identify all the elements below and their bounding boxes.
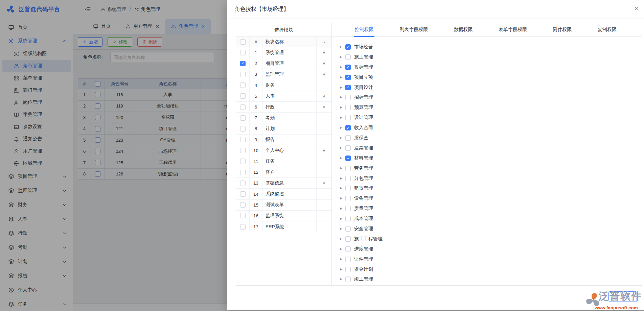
tree-node[interactable]: ✓项目设计 xyxy=(340,82,642,93)
module-row[interactable]: 17ERP系统 xyxy=(236,221,331,232)
tree-node[interactable]: 安全管理 xyxy=(340,224,642,234)
expand-arrow-icon[interactable] xyxy=(340,66,342,69)
module-checkbox[interactable] xyxy=(240,159,246,164)
permission-tab-copy[interactable]: 复制权限 xyxy=(598,23,617,37)
module-checkbox[interactable] xyxy=(240,137,246,142)
module-row[interactable]: 16监理系统 xyxy=(236,211,331,221)
module-row[interactable]: 8计划 xyxy=(236,123,331,134)
module-checkbox[interactable] xyxy=(240,181,246,186)
module-checkbox[interactable] xyxy=(240,191,246,197)
expand-arrow-icon[interactable] xyxy=(340,217,342,220)
tree-node[interactable]: 进度管理 xyxy=(340,244,642,254)
module-row[interactable]: 4财务 xyxy=(236,80,331,91)
tree-checkbox[interactable]: ✓ xyxy=(345,85,351,90)
module-row[interactable]: 14系统监控 xyxy=(236,189,331,199)
module-row[interactable]: 15测试表单 xyxy=(236,200,331,211)
tree-checkbox[interactable] xyxy=(345,105,351,110)
expand-arrow-icon[interactable] xyxy=(340,197,342,200)
expand-arrow-icon[interactable] xyxy=(340,248,342,250)
tree-checkbox[interactable] xyxy=(345,95,351,100)
tree-node[interactable]: 分包管理 xyxy=(340,173,642,184)
tree-checkbox[interactable] xyxy=(345,156,351,161)
tree-node[interactable]: 资金计划 xyxy=(340,264,642,274)
tree-checkbox[interactable] xyxy=(345,54,351,60)
tree-node[interactable]: 材料管理 xyxy=(340,153,642,163)
module-checkbox[interactable] xyxy=(240,50,246,55)
expand-arrow-icon[interactable] xyxy=(340,238,342,240)
expand-arrow-icon[interactable] xyxy=(340,157,342,160)
module-checkbox[interactable] xyxy=(240,213,246,218)
tree-node[interactable]: 设计管理 xyxy=(340,113,642,123)
tree-node[interactable]: ✓收入合同 xyxy=(340,123,642,133)
permission-tab-form-field[interactable]: 表单字段权限 xyxy=(499,23,527,37)
permission-tab-data[interactable]: 数据权限 xyxy=(454,23,473,37)
module-checkbox[interactable] xyxy=(240,72,246,77)
module-row[interactable]: ✓2项目管理√ xyxy=(236,58,331,69)
expand-arrow-icon[interactable] xyxy=(340,207,342,210)
expand-arrow-icon[interactable] xyxy=(340,86,342,89)
tree-checkbox[interactable] xyxy=(345,236,351,242)
module-checkbox[interactable] xyxy=(240,82,246,88)
tree-checkbox[interactable]: ✓ xyxy=(345,75,351,80)
tree-node[interactable]: ✓项目立项 xyxy=(340,72,642,82)
module-checkbox[interactable] xyxy=(240,104,246,110)
expand-arrow-icon[interactable] xyxy=(340,167,342,170)
module-row[interactable]: 7考勤 xyxy=(236,113,331,123)
permission-tab-list-field[interactable]: 列表字段权限 xyxy=(399,23,428,37)
expand-arrow-icon[interactable] xyxy=(340,46,342,48)
tree-node[interactable]: 发票管理 xyxy=(340,143,642,153)
module-row[interactable]: 10个人中心√ xyxy=(236,145,331,156)
expand-arrow-icon[interactable] xyxy=(340,116,342,119)
tree-node[interactable]: 预算管理 xyxy=(340,102,642,113)
tree-checkbox[interactable] xyxy=(345,267,351,272)
tree-node[interactable]: 设备管理 xyxy=(340,193,642,204)
module-select-all-checkbox[interactable] xyxy=(240,39,246,45)
tree-checkbox[interactable] xyxy=(345,206,351,211)
expand-arrow-icon[interactable] xyxy=(340,56,342,58)
tree-checkbox[interactable] xyxy=(345,115,351,120)
permission-tab-attachment[interactable]: 附件权限 xyxy=(553,23,572,37)
tree-node[interactable]: 施工管理 xyxy=(340,52,642,62)
module-checkbox[interactable] xyxy=(240,224,246,230)
module-row[interactable]: 11任务 xyxy=(236,156,331,167)
tree-node[interactable]: 招标管理 xyxy=(340,92,642,102)
tree-checkbox[interactable] xyxy=(345,246,351,252)
tree-node[interactable]: ✓投标管理 xyxy=(340,62,642,72)
tree-node[interactable]: 证件管理 xyxy=(340,254,642,264)
tree-checkbox[interactable] xyxy=(345,226,351,232)
module-checkbox[interactable]: ✓ xyxy=(240,61,246,66)
expand-arrow-icon[interactable] xyxy=(340,106,342,109)
tree-checkbox[interactable]: ✓ xyxy=(345,44,351,50)
tree-node[interactable]: 质保金 xyxy=(340,133,642,143)
tree-node[interactable]: 质量管理 xyxy=(340,204,642,214)
tree-node[interactable]: 劳务管理 xyxy=(340,163,642,173)
expand-arrow-icon[interactable] xyxy=(340,96,342,99)
tree-checkbox[interactable] xyxy=(345,176,351,181)
tree-node[interactable]: 施工工程管理 xyxy=(340,234,642,244)
module-checkbox[interactable] xyxy=(240,115,246,121)
tree-checkbox[interactable] xyxy=(345,145,351,151)
tree-checkbox[interactable] xyxy=(345,166,351,171)
tree-node[interactable]: 竣工管理 xyxy=(340,274,642,284)
module-row[interactable]: 12客户 xyxy=(236,167,331,178)
module-checkbox[interactable] xyxy=(240,170,246,175)
module-checkbox[interactable] xyxy=(240,148,246,153)
module-checkbox[interactable] xyxy=(240,202,246,208)
tree-node[interactable]: 租赁管理 xyxy=(340,183,642,193)
tree-checkbox[interactable]: ✓ xyxy=(345,65,351,70)
expand-arrow-icon[interactable] xyxy=(340,137,342,139)
tree-checkbox[interactable] xyxy=(345,257,351,262)
tree-node[interactable]: ✓市场经营 xyxy=(340,42,642,52)
expand-arrow-icon[interactable] xyxy=(340,126,342,129)
expand-arrow-icon[interactable] xyxy=(340,268,342,271)
tree-checkbox[interactable] xyxy=(345,186,351,191)
tree-checkbox[interactable] xyxy=(345,135,351,141)
expand-arrow-icon[interactable] xyxy=(340,147,342,149)
expand-arrow-icon[interactable] xyxy=(340,76,342,79)
module-row[interactable]: 1系统管理√ xyxy=(236,47,331,58)
tree-checkbox[interactable]: ✓ xyxy=(345,125,351,130)
module-checkbox[interactable] xyxy=(240,93,246,99)
close-icon[interactable]: × xyxy=(635,5,639,12)
expand-arrow-icon[interactable] xyxy=(340,258,342,261)
module-row[interactable]: 5人事√ xyxy=(236,91,331,102)
